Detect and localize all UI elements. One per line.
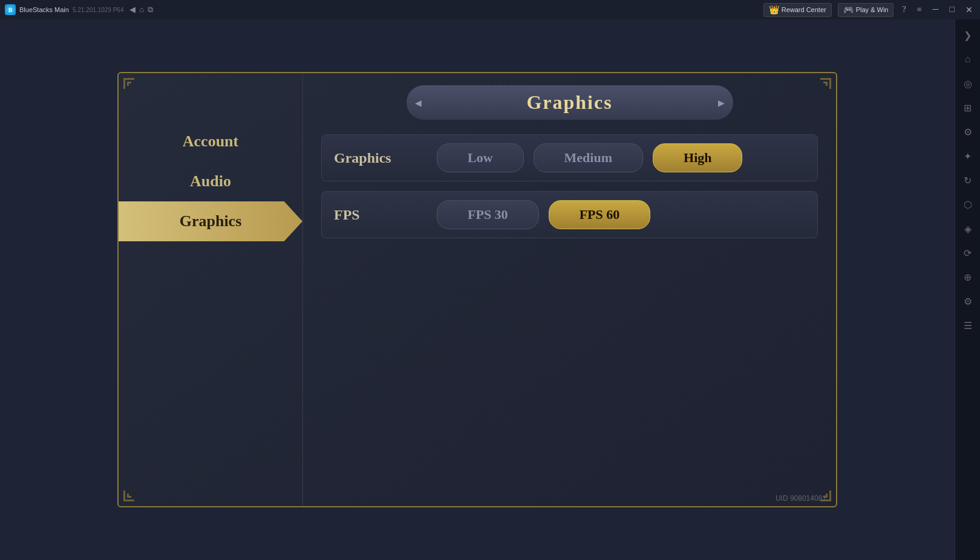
fps-60-button[interactable]: FPS 60 <box>549 200 651 229</box>
corner-decoration-bl <box>122 478 146 503</box>
sidebar-icon-9[interactable]: ◈ <box>957 218 979 239</box>
nav-item-graphics[interactable]: Graphics <box>119 201 302 241</box>
reward-label: Reward Center <box>782 6 826 13</box>
sidebar-icon-7[interactable]: ↻ <box>957 169 979 191</box>
graphics-high-button[interactable]: High <box>653 143 742 172</box>
tabs-icon[interactable]: ⧉ <box>148 5 153 15</box>
settings-panel: Account Audio Graphics ◀ Graphics ▶ Grap <box>117 72 837 507</box>
play-win-button[interactable]: 🎮 Play & Win <box>838 3 894 17</box>
sidebar-icon-6[interactable]: ✦ <box>957 145 979 167</box>
graphics-low-button[interactable]: Low <box>437 143 524 172</box>
menu-button[interactable]: ≡ <box>915 5 924 15</box>
title-bar-nav: ◀ ⌂ ⧉ <box>129 5 153 15</box>
back-icon[interactable]: ◀ <box>129 5 136 15</box>
graphics-setting-row: Graphics Low Medium High <box>321 134 818 181</box>
graphics-medium-button[interactable]: Medium <box>534 143 643 172</box>
fps-row-label: FPS <box>334 207 419 223</box>
app-version: 5.21.201.1029 P64 <box>73 7 124 13</box>
sidebar-icon-11[interactable]: ⊕ <box>957 266 979 288</box>
uid-display: UID 908014081 <box>776 494 826 503</box>
sidebar-icon-12[interactable]: ⚙ <box>957 290 979 312</box>
fps-setting-row: FPS FPS 30 FPS 60 <box>321 191 818 238</box>
home-icon[interactable]: ⌂ <box>139 5 144 15</box>
maximize-button[interactable]: □ <box>947 5 957 15</box>
sidebar-icon-13[interactable]: ☰ <box>957 314 979 336</box>
nav-item-account[interactable]: Account <box>119 122 302 161</box>
title-bar-left: B BlueStacks Main 5.21.201.1029 P64 <box>5 4 123 15</box>
app-name: BlueStacks Main <box>19 6 69 13</box>
sidebar-icon-4[interactable]: ⊞ <box>957 97 979 119</box>
bluestacks-logo: B <box>5 4 16 15</box>
sidebar-icon-8[interactable]: ⬡ <box>957 194 979 215</box>
header-arrow-left-icon[interactable]: ◀ <box>415 97 422 108</box>
right-sidebar: ❯ ⌂ ◎ ⊞ ⚙ ✦ ↻ ⬡ ◈ ⟳ ⊕ ⚙ ☰ <box>955 19 980 560</box>
sidebar-icon-2[interactable]: ⌂ <box>957 48 979 70</box>
title-bar: B BlueStacks Main 5.21.201.1029 P64 ◀ ⌂ … <box>0 0 980 19</box>
sidebar-icon-5[interactable]: ⚙ <box>957 121 979 143</box>
fps-options-group: FPS 30 FPS 60 <box>437 200 650 229</box>
graphics-row-label: Graphics <box>334 150 419 166</box>
header-capsule: ◀ Graphics ▶ <box>407 85 733 120</box>
sidebar-icon-3[interactable]: ◎ <box>957 73 979 94</box>
header-title: Graphics <box>526 91 612 113</box>
header-bar: ◀ Graphics ▶ <box>321 85 818 120</box>
play-win-label: Play & Win <box>856 6 889 13</box>
nav-item-audio[interactable]: Audio <box>119 161 302 201</box>
header-arrow-right-icon[interactable]: ▶ <box>718 97 725 108</box>
corner-decoration-tl <box>122 77 146 101</box>
minimize-button[interactable]: ─ <box>930 5 941 15</box>
graphics-options-group: Low Medium High <box>437 143 742 172</box>
fps-30-button[interactable]: FPS 30 <box>437 200 539 229</box>
reward-center-button[interactable]: 👑 Reward Center <box>763 3 832 17</box>
close-button[interactable]: ✕ <box>963 5 975 15</box>
play-icon: 🎮 <box>843 5 854 15</box>
sidebar-icon-10[interactable]: ⟳ <box>957 242 979 264</box>
title-bar-right: 👑 Reward Center 🎮 Play & Win ? ≡ ─ □ ✕ <box>763 3 975 17</box>
sidebar-icon-1[interactable]: ❯ <box>957 24 979 46</box>
main-area: Account Audio Graphics ◀ Graphics ▶ Grap <box>0 19 955 560</box>
help-button[interactable]: ? <box>900 5 908 15</box>
reward-icon: 👑 <box>769 5 779 15</box>
left-nav: Account Audio Graphics <box>119 73 303 506</box>
right-content: ◀ Graphics ▶ Graphics Low Medium High FP… <box>303 73 836 506</box>
